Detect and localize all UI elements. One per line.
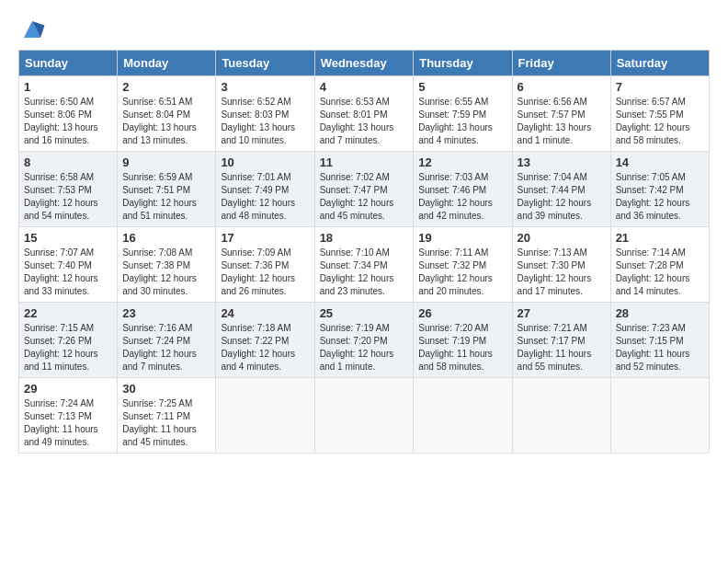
sunrise-label: Sunrise: 7:20 AM [418, 323, 488, 333]
day-info: Sunrise: 7:08 AM Sunset: 7:38 PM Dayligh… [122, 247, 210, 298]
sunrise-label: Sunrise: 7:10 AM [320, 247, 390, 258]
sunrise-label: Sunrise: 6:50 AM [24, 97, 94, 107]
day-info: Sunrise: 7:18 AM Sunset: 7:22 PM Dayligh… [221, 322, 309, 373]
day-number: 21 [616, 231, 704, 245]
calendar-cell: 11 Sunrise: 7:02 AM Sunset: 7:47 PM Dayl… [314, 152, 414, 227]
sunrise-label: Sunrise: 7:07 AM [24, 247, 94, 258]
sunrise-label: Sunrise: 7:01 AM [221, 172, 290, 182]
calendar-cell: 15 Sunrise: 7:07 AM Sunset: 7:40 PM Dayl… [19, 227, 118, 303]
calendar-cell [314, 378, 414, 454]
day-number: 9 [122, 155, 210, 169]
sunrise-label: Sunrise: 7:21 AM [518, 323, 587, 333]
daylight-label: Daylight: 11 hours and 58 minutes. [418, 349, 493, 372]
day-number: 3 [221, 80, 309, 94]
sunrise-label: Sunrise: 6:56 AM [518, 97, 587, 107]
calendar-cell: 10 Sunrise: 7:01 AM Sunset: 7:49 PM Dayl… [216, 152, 314, 227]
day-info: Sunrise: 7:16 AM Sunset: 7:24 PM Dayligh… [122, 322, 210, 373]
sunset-label: Sunset: 8:01 PM [320, 109, 388, 120]
day-info: Sunrise: 7:03 AM Sunset: 7:46 PM Dayligh… [418, 171, 506, 223]
sunrise-label: Sunrise: 7:25 AM [122, 398, 192, 408]
calendar-cell: 5 Sunrise: 6:55 AM Sunset: 7:59 PM Dayli… [414, 76, 512, 152]
daylight-label: Daylight: 13 hours and 4 minutes. [418, 122, 493, 145]
day-info: Sunrise: 7:13 AM Sunset: 7:30 PM Dayligh… [518, 247, 606, 298]
sunrise-label: Sunrise: 6:51 AM [122, 97, 192, 107]
sunrise-label: Sunrise: 7:19 AM [320, 323, 390, 333]
sunrise-label: Sunrise: 7:03 AM [418, 172, 488, 182]
daylight-label: Daylight: 12 hours and 36 minutes. [616, 198, 690, 221]
sunset-label: Sunset: 7:36 PM [221, 260, 289, 270]
sunrise-label: Sunrise: 7:14 AM [616, 247, 686, 258]
calendar-cell: 9 Sunrise: 6:59 AM Sunset: 7:51 PM Dayli… [118, 152, 216, 227]
sunset-label: Sunset: 7:20 PM [320, 336, 388, 346]
day-number: 11 [320, 155, 409, 169]
day-number: 12 [418, 155, 506, 169]
day-info: Sunrise: 7:15 AM Sunset: 7:26 PM Dayligh… [24, 322, 112, 373]
sunset-label: Sunset: 7:34 PM [320, 260, 388, 270]
day-info: Sunrise: 6:59 AM Sunset: 7:51 PM Dayligh… [122, 171, 210, 223]
calendar-cell: 20 Sunrise: 7:13 AM Sunset: 7:30 PM Dayl… [512, 227, 610, 303]
sunset-label: Sunset: 7:57 PM [518, 109, 586, 120]
calendar-cell [512, 378, 610, 454]
week-row-5: 29 Sunrise: 7:24 AM Sunset: 7:13 PM Dayl… [19, 378, 710, 454]
sunset-label: Sunset: 7:22 PM [221, 336, 289, 346]
sunset-label: Sunset: 7:59 PM [418, 109, 486, 120]
calendar-cell: 4 Sunrise: 6:53 AM Sunset: 8:01 PM Dayli… [314, 76, 414, 152]
calendar-cell: 14 Sunrise: 7:05 AM Sunset: 7:42 PM Dayl… [610, 152, 709, 227]
sunset-label: Sunset: 7:49 PM [221, 185, 289, 195]
day-number: 14 [616, 155, 704, 169]
day-number: 24 [221, 306, 309, 320]
calendar-cell: 13 Sunrise: 7:04 AM Sunset: 7:44 PM Dayl… [512, 152, 610, 227]
calendar-cell: 29 Sunrise: 7:24 AM Sunset: 7:13 PM Dayl… [19, 378, 118, 454]
weekday-header-thursday: Thursday [414, 51, 512, 76]
sunset-label: Sunset: 7:53 PM [24, 185, 92, 195]
calendar-cell: 28 Sunrise: 7:23 AM Sunset: 7:15 PM Dayl… [610, 303, 709, 378]
day-number: 6 [518, 80, 606, 94]
day-info: Sunrise: 6:56 AM Sunset: 7:57 PM Dayligh… [518, 96, 606, 147]
sunset-label: Sunset: 7:17 PM [518, 336, 586, 346]
calendar-cell: 12 Sunrise: 7:03 AM Sunset: 7:46 PM Dayl… [414, 152, 512, 227]
week-row-2: 8 Sunrise: 6:58 AM Sunset: 7:53 PM Dayli… [19, 152, 710, 227]
daylight-label: Daylight: 12 hours and 11 minutes. [24, 349, 98, 372]
calendar-cell: 2 Sunrise: 6:51 AM Sunset: 8:04 PM Dayli… [118, 76, 216, 152]
daylight-label: Daylight: 13 hours and 13 minutes. [122, 122, 197, 145]
sunrise-label: Sunrise: 6:53 AM [320, 97, 390, 107]
sunset-label: Sunset: 7:40 PM [24, 260, 92, 270]
sunset-label: Sunset: 7:19 PM [418, 336, 486, 346]
sunrise-label: Sunrise: 6:59 AM [122, 172, 192, 182]
daylight-label: Daylight: 12 hours and 58 minutes. [616, 122, 690, 145]
day-info: Sunrise: 7:23 AM Sunset: 7:15 PM Dayligh… [616, 322, 704, 373]
day-info: Sunrise: 7:07 AM Sunset: 7:40 PM Dayligh… [24, 247, 112, 298]
day-info: Sunrise: 7:21 AM Sunset: 7:17 PM Dayligh… [518, 322, 606, 373]
daylight-label: Daylight: 12 hours and 45 minutes. [320, 198, 394, 221]
day-number: 2 [122, 80, 210, 94]
day-number: 30 [122, 382, 210, 396]
sunset-label: Sunset: 8:03 PM [221, 109, 289, 120]
sunrise-label: Sunrise: 7:16 AM [122, 323, 192, 333]
daylight-label: Daylight: 12 hours and 54 minutes. [24, 198, 98, 221]
calendar-cell: 26 Sunrise: 7:20 AM Sunset: 7:19 PM Dayl… [414, 303, 512, 378]
daylight-label: Daylight: 12 hours and 48 minutes. [221, 198, 295, 221]
calendar-cell: 23 Sunrise: 7:16 AM Sunset: 7:24 PM Dayl… [118, 303, 216, 378]
day-number: 26 [418, 306, 506, 320]
page-header [18, 18, 710, 40]
sunrise-label: Sunrise: 7:18 AM [221, 323, 290, 333]
logo [18, 18, 50, 40]
sunrise-label: Sunrise: 7:24 AM [24, 398, 94, 408]
day-info: Sunrise: 7:09 AM Sunset: 7:36 PM Dayligh… [221, 247, 309, 298]
day-number: 1 [24, 80, 112, 94]
calendar-cell: 17 Sunrise: 7:09 AM Sunset: 7:36 PM Dayl… [216, 227, 314, 303]
day-info: Sunrise: 7:01 AM Sunset: 7:49 PM Dayligh… [221, 171, 309, 223]
sunset-label: Sunset: 7:55 PM [616, 109, 684, 120]
calendar-cell: 16 Sunrise: 7:08 AM Sunset: 7:38 PM Dayl… [118, 227, 216, 303]
day-info: Sunrise: 7:14 AM Sunset: 7:28 PM Dayligh… [616, 247, 704, 298]
daylight-label: Daylight: 12 hours and 33 minutes. [24, 273, 98, 296]
day-number: 7 [616, 80, 704, 94]
calendar-cell: 8 Sunrise: 6:58 AM Sunset: 7:53 PM Dayli… [19, 152, 118, 227]
sunrise-label: Sunrise: 7:02 AM [320, 172, 390, 182]
day-info: Sunrise: 6:52 AM Sunset: 8:03 PM Dayligh… [221, 96, 309, 147]
weekday-header-tuesday: Tuesday [216, 51, 314, 76]
day-info: Sunrise: 7:11 AM Sunset: 7:32 PM Dayligh… [418, 247, 506, 298]
day-info: Sunrise: 6:58 AM Sunset: 7:53 PM Dayligh… [24, 171, 112, 223]
sunrise-label: Sunrise: 7:11 AM [418, 247, 488, 258]
sunrise-label: Sunrise: 7:09 AM [221, 247, 290, 258]
